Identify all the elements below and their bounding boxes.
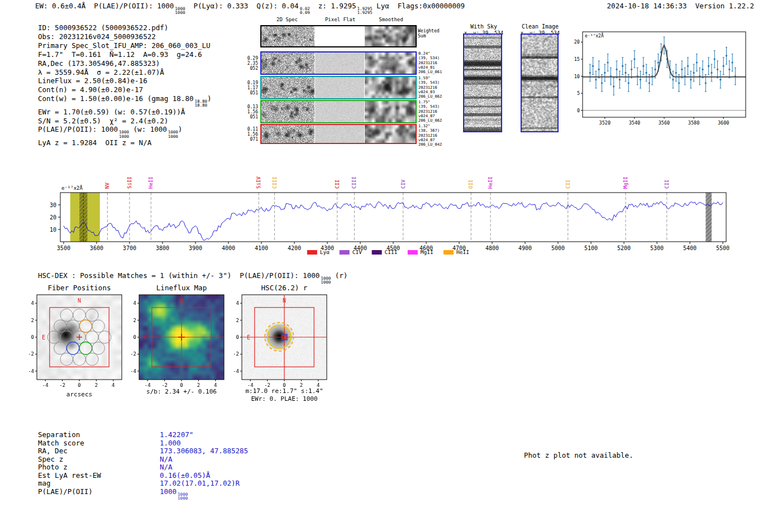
svg-text:SiII: SiII [127, 176, 132, 189]
svg-text:-2: -2 [59, 382, 65, 388]
fiber-positions-plot: -4-4-2-2002244NE [15, 289, 129, 390]
svg-text:3520: 3520 [599, 120, 611, 126]
svg-text:4900: 4900 [518, 245, 532, 251]
svg-text:NV: NV [104, 183, 110, 189]
cutout-row-left-labels: 0.292.35052 [244, 56, 258, 71]
detection-info-block: ID: 5000936522 (5000936522.pdf)Obs: 2023… [38, 23, 212, 147]
match-table-label: Separation [38, 431, 160, 439]
cutout-cell-image [315, 52, 364, 74]
cutout-row [260, 100, 417, 123]
info-line: λ = 3559.94Å σ = 2.22(±1.07)Å [38, 68, 212, 77]
svg-text:MgII: MgII [421, 249, 433, 255]
svg-text:0: 0 [78, 382, 80, 388]
svg-text:CII: CII [565, 180, 571, 189]
lineflux-map-plot: -4-4-2-2002244NE [117, 289, 231, 390]
svg-text:30: 30 [50, 202, 56, 208]
info-line: S/N = 5.2(±0.5) χ² = 2.4(±0.2) [38, 117, 212, 126]
svg-text:CIII: CIII [351, 176, 357, 189]
hsc-dex-summary: HSC-DEX : Possible Matches = 1 (within +… [38, 271, 347, 284]
with-sky-title: With Sky [453, 23, 514, 30]
match-table-row: Separation1.42207" [38, 431, 248, 439]
cutout-col-header: Pixel Flat [315, 17, 365, 22]
stacked-fraction: 10001000 [119, 130, 129, 138]
svg-text:10: 10 [50, 227, 56, 233]
info-line: Cont(w) = 1.50(±0.00)e-16 (gmag 18.8018.… [38, 94, 212, 107]
svg-text:4: 4 [31, 300, 34, 306]
match-table-value: 0.16(±0.05)Å [160, 472, 210, 480]
svg-text:3800: 3800 [156, 245, 169, 251]
match-table-label: RA, Dec [38, 447, 160, 456]
svg-text:20: 20 [50, 214, 56, 221]
cutout-cell-image [365, 26, 416, 46]
svg-text:2: 2 [31, 318, 34, 323]
svg-text:CIV: CIV [352, 249, 362, 255]
svg-text:MgII: MgII [623, 176, 628, 189]
line-fit-chart: 3520354035603580360005101520e⁻¹⁷x2Å [561, 25, 754, 131]
svg-text:5400: 5400 [683, 245, 697, 251]
info-line: ID: 5000936522 (5000936522.pdf) [38, 23, 212, 32]
info-line: EWr = 1.70(±0.59) (w: 0.57(±0.19))Å [38, 108, 212, 117]
svg-text:4: 4 [133, 300, 136, 306]
cutout-col-header: 2D Spec [262, 17, 312, 22]
svg-text:5300: 5300 [650, 245, 664, 251]
cutout-row-left-labels: 0.191.17051 [244, 80, 258, 95]
svg-text:4100: 4100 [255, 245, 268, 251]
svg-text:0: 0 [133, 334, 136, 340]
svg-text:4: 4 [214, 382, 217, 388]
info-line: P(LAE)/P(OII): 100010001000 (w: 10001000… [38, 125, 212, 138]
svg-text:3580: 3580 [688, 120, 699, 126]
info-line: Primary Spec_Slot_IFU_AMP: 206_060_003_L… [38, 41, 212, 50]
cutout-row-right-labels: 0.24"(39, 534)20231216v024_01206_LU_061 [418, 51, 446, 74]
match-table-label: Est LyA rest-EW [38, 472, 160, 480]
svg-text:e⁻¹⁷x2Å: e⁻¹⁷x2Å [61, 185, 83, 191]
svg-text:HeII: HeII [488, 176, 493, 189]
cutout-cell-image [261, 26, 314, 46]
svg-text:CIV: CIV [400, 179, 406, 189]
svg-text:Lyα: Lyα [320, 249, 330, 255]
svg-text:2: 2 [197, 382, 200, 388]
match-table-value: N/A [160, 463, 173, 472]
match-table-row: Photo zN/A [38, 463, 248, 472]
svg-text:2: 2 [236, 318, 239, 323]
svg-text:SiIV: SiIV [256, 176, 261, 189]
svg-text:-2: -2 [130, 351, 136, 357]
match-table-value: 1.42207" [160, 431, 193, 439]
stacked-fraction: 18.8018.80 [194, 99, 207, 107]
full-spectrum-chart: NVSiIIHeIISiIVCIIICIICIIICIVOIIHeIICIIMg… [34, 162, 776, 268]
svg-text:5500: 5500 [716, 245, 729, 251]
svg-text:-2: -2 [28, 351, 34, 357]
match-table: Separation1.42207"Match score1.000RA, De… [38, 431, 248, 500]
svg-text:CIII: CIII [385, 249, 398, 255]
svg-text:2: 2 [95, 382, 98, 388]
svg-text:4000: 4000 [222, 245, 235, 251]
info-line: RA,Dec (173.305496,47.885323) [38, 59, 212, 68]
stacked-fraction: 10001000 [178, 492, 188, 500]
cutout-row-left-labels: 0.131.56051 [244, 104, 258, 119]
svg-text:0: 0 [180, 382, 183, 388]
svg-text:20: 20 [574, 39, 580, 45]
elixer-report-page: EW: 0.6±0.4Å P(LAE)/P(OII): 100010001000… [0, 0, 782, 532]
cutout-row [260, 51, 417, 75]
cutout-row [260, 76, 417, 99]
stacked-fraction: 10001000 [175, 7, 185, 15]
cutout-cell-image [261, 77, 314, 98]
info-line: Cont(n) = 4.90(±0.20)e-17 [38, 85, 212, 94]
match-table-row: Spec zN/A [38, 456, 248, 464]
svg-text:10: 10 [574, 74, 580, 79]
svg-text:-4: -4 [28, 368, 34, 374]
svg-text:OII: OII [468, 180, 474, 189]
cutout-cell-image [315, 125, 364, 143]
svg-text:4800: 4800 [485, 245, 499, 251]
svg-text:3700: 3700 [123, 245, 136, 251]
cutout-col-header: Smoothed [366, 17, 416, 22]
cutout-cell-image [261, 52, 314, 74]
info-line: Obs: 20231216v024_5000936522 [38, 32, 212, 41]
hsc-caption-2: EWr: 0. PLAE: 1000 [231, 395, 338, 402]
svg-text:5100: 5100 [584, 245, 598, 251]
match-table-row: RA, Dec173.306083, 47.885285 [38, 447, 248, 456]
cutout-cell-image [261, 101, 314, 122]
svg-text:3600: 3600 [718, 120, 729, 126]
svg-text:3540: 3540 [629, 120, 640, 126]
svg-text:3900: 3900 [189, 245, 202, 251]
svg-text:-4: -4 [42, 382, 49, 388]
